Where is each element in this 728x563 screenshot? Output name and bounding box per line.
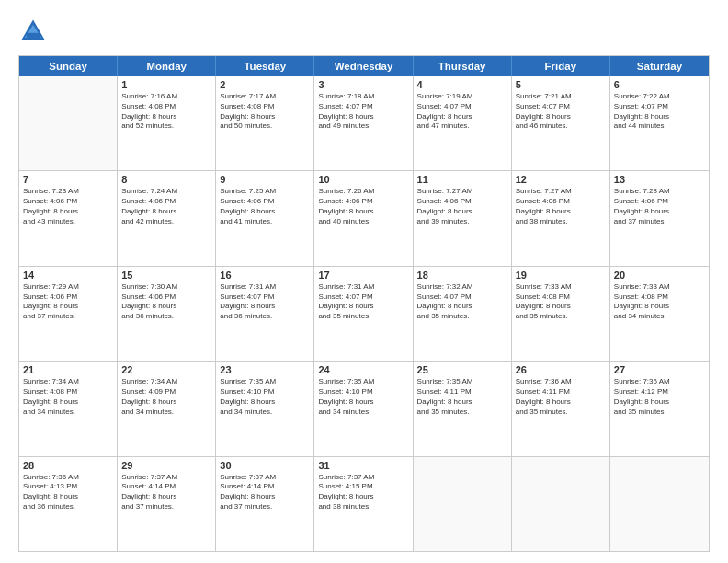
day-cell-22: 22Sunrise: 7:34 AM Sunset: 4:09 PM Dayli… bbox=[118, 362, 216, 455]
day-info: Sunrise: 7:37 AM Sunset: 4:14 PM Dayligh… bbox=[121, 473, 211, 512]
day-cell-8: 8Sunrise: 7:24 AM Sunset: 4:06 PM Daylig… bbox=[118, 171, 216, 265]
day-number: 23 bbox=[220, 364, 310, 375]
day-number: 9 bbox=[220, 174, 310, 185]
day-info: Sunrise: 7:30 AM Sunset: 4:06 PM Dayligh… bbox=[121, 282, 211, 322]
day-info: Sunrise: 7:36 AM Sunset: 4:11 PM Dayligh… bbox=[516, 377, 606, 417]
day-number: 31 bbox=[318, 460, 408, 471]
day-number: 8 bbox=[121, 174, 211, 185]
header bbox=[18, 17, 710, 46]
day-cell-12: 12Sunrise: 7:27 AM Sunset: 4:06 PM Dayli… bbox=[512, 171, 610, 265]
day-info: Sunrise: 7:36 AM Sunset: 4:13 PM Dayligh… bbox=[23, 473, 113, 512]
day-cell-10: 10Sunrise: 7:26 AM Sunset: 4:06 PM Dayli… bbox=[314, 171, 413, 265]
day-number: 13 bbox=[614, 174, 705, 185]
header-cell-thursday: Thursday bbox=[414, 56, 512, 76]
day-info: Sunrise: 7:35 AM Sunset: 4:10 PM Dayligh… bbox=[318, 377, 408, 417]
day-info: Sunrise: 7:27 AM Sunset: 4:06 PM Dayligh… bbox=[417, 187, 507, 226]
day-cell-23: 23Sunrise: 7:35 AM Sunset: 4:10 PM Dayli… bbox=[216, 362, 314, 455]
day-cell-1: 1Sunrise: 7:16 AM Sunset: 4:08 PM Daylig… bbox=[118, 76, 216, 170]
day-cell-5: 5Sunrise: 7:21 AM Sunset: 4:07 PM Daylig… bbox=[512, 76, 610, 170]
day-cell-9: 9Sunrise: 7:25 AM Sunset: 4:06 PM Daylig… bbox=[216, 171, 314, 265]
day-info: Sunrise: 7:16 AM Sunset: 4:08 PM Dayligh… bbox=[121, 92, 211, 132]
page: SundayMondayTuesdayWednesdayThursdayFrid… bbox=[0, 0, 728, 563]
day-info: Sunrise: 7:34 AM Sunset: 4:08 PM Dayligh… bbox=[23, 377, 113, 417]
day-number: 29 bbox=[121, 460, 211, 471]
day-info: Sunrise: 7:31 AM Sunset: 4:07 PM Dayligh… bbox=[318, 282, 408, 322]
day-number: 27 bbox=[614, 364, 705, 375]
empty-cell-4-6 bbox=[610, 457, 709, 551]
day-info: Sunrise: 7:37 AM Sunset: 4:14 PM Dayligh… bbox=[220, 473, 310, 512]
day-info: Sunrise: 7:37 AM Sunset: 4:15 PM Dayligh… bbox=[318, 473, 408, 512]
day-number: 28 bbox=[23, 460, 113, 471]
day-cell-21: 21Sunrise: 7:34 AM Sunset: 4:08 PM Dayli… bbox=[19, 362, 118, 455]
day-number: 1 bbox=[121, 79, 211, 90]
day-number: 3 bbox=[318, 79, 408, 90]
day-number: 10 bbox=[318, 174, 408, 185]
day-cell-19: 19Sunrise: 7:33 AM Sunset: 4:08 PM Dayli… bbox=[512, 267, 610, 361]
header-cell-friday: Friday bbox=[512, 56, 610, 76]
day-cell-20: 20Sunrise: 7:33 AM Sunset: 4:08 PM Dayli… bbox=[610, 267, 709, 361]
day-cell-16: 16Sunrise: 7:31 AM Sunset: 4:07 PM Dayli… bbox=[216, 267, 314, 361]
day-number: 12 bbox=[516, 174, 606, 185]
day-cell-14: 14Sunrise: 7:29 AM Sunset: 4:06 PM Dayli… bbox=[19, 267, 118, 361]
day-number: 4 bbox=[417, 79, 507, 90]
day-number: 5 bbox=[516, 79, 606, 90]
day-info: Sunrise: 7:25 AM Sunset: 4:06 PM Dayligh… bbox=[220, 187, 310, 226]
day-number: 14 bbox=[23, 270, 113, 281]
day-cell-3: 3Sunrise: 7:18 AM Sunset: 4:07 PM Daylig… bbox=[314, 76, 413, 170]
empty-cell-4-5 bbox=[512, 457, 610, 551]
day-cell-13: 13Sunrise: 7:28 AM Sunset: 4:06 PM Dayli… bbox=[610, 171, 709, 265]
day-info: Sunrise: 7:33 AM Sunset: 4:08 PM Dayligh… bbox=[614, 282, 705, 322]
header-cell-saturday: Saturday bbox=[610, 56, 709, 76]
day-cell-17: 17Sunrise: 7:31 AM Sunset: 4:07 PM Dayli… bbox=[314, 267, 413, 361]
day-cell-15: 15Sunrise: 7:30 AM Sunset: 4:06 PM Dayli… bbox=[118, 267, 216, 361]
day-info: Sunrise: 7:24 AM Sunset: 4:06 PM Dayligh… bbox=[121, 187, 211, 226]
calendar-row-3: 21Sunrise: 7:34 AM Sunset: 4:08 PM Dayli… bbox=[19, 362, 709, 456]
day-info: Sunrise: 7:21 AM Sunset: 4:07 PM Dayligh… bbox=[516, 92, 606, 132]
day-info: Sunrise: 7:31 AM Sunset: 4:07 PM Dayligh… bbox=[220, 282, 310, 322]
day-number: 25 bbox=[417, 364, 507, 375]
header-cell-wednesday: Wednesday bbox=[314, 56, 413, 76]
day-cell-4: 4Sunrise: 7:19 AM Sunset: 4:07 PM Daylig… bbox=[414, 76, 512, 170]
day-number: 18 bbox=[417, 270, 507, 281]
day-cell-26: 26Sunrise: 7:36 AM Sunset: 4:11 PM Dayli… bbox=[512, 362, 610, 455]
day-cell-25: 25Sunrise: 7:35 AM Sunset: 4:11 PM Dayli… bbox=[414, 362, 512, 455]
day-cell-28: 28Sunrise: 7:36 AM Sunset: 4:13 PM Dayli… bbox=[19, 457, 118, 551]
empty-cell-4-4 bbox=[414, 457, 512, 551]
logo-icon bbox=[18, 17, 48, 46]
day-info: Sunrise: 7:27 AM Sunset: 4:06 PM Dayligh… bbox=[516, 187, 606, 226]
day-cell-31: 31Sunrise: 7:37 AM Sunset: 4:15 PM Dayli… bbox=[314, 457, 413, 551]
day-number: 15 bbox=[121, 270, 211, 281]
day-info: Sunrise: 7:18 AM Sunset: 4:07 PM Dayligh… bbox=[318, 92, 408, 132]
day-number: 19 bbox=[516, 270, 606, 281]
day-info: Sunrise: 7:33 AM Sunset: 4:08 PM Dayligh… bbox=[516, 282, 606, 322]
day-info: Sunrise: 7:19 AM Sunset: 4:07 PM Dayligh… bbox=[417, 92, 507, 132]
day-number: 2 bbox=[220, 79, 310, 90]
header-cell-monday: Monday bbox=[118, 56, 216, 76]
day-number: 7 bbox=[23, 174, 113, 185]
calendar-row-2: 14Sunrise: 7:29 AM Sunset: 4:06 PM Dayli… bbox=[19, 267, 709, 362]
day-info: Sunrise: 7:36 AM Sunset: 4:12 PM Dayligh… bbox=[614, 377, 705, 417]
day-cell-2: 2Sunrise: 7:17 AM Sunset: 4:08 PM Daylig… bbox=[216, 76, 314, 170]
day-number: 17 bbox=[318, 270, 408, 281]
day-cell-6: 6Sunrise: 7:22 AM Sunset: 4:07 PM Daylig… bbox=[610, 76, 709, 170]
day-number: 22 bbox=[121, 364, 211, 375]
day-cell-18: 18Sunrise: 7:32 AM Sunset: 4:07 PM Dayli… bbox=[414, 267, 512, 361]
header-cell-tuesday: Tuesday bbox=[216, 56, 314, 76]
calendar-body: 1Sunrise: 7:16 AM Sunset: 4:08 PM Daylig… bbox=[19, 76, 709, 551]
day-info: Sunrise: 7:32 AM Sunset: 4:07 PM Dayligh… bbox=[417, 282, 507, 322]
day-info: Sunrise: 7:17 AM Sunset: 4:08 PM Dayligh… bbox=[220, 92, 310, 132]
header-cell-sunday: Sunday bbox=[19, 56, 118, 76]
day-cell-29: 29Sunrise: 7:37 AM Sunset: 4:14 PM Dayli… bbox=[118, 457, 216, 551]
logo bbox=[18, 17, 51, 46]
day-info: Sunrise: 7:35 AM Sunset: 4:10 PM Dayligh… bbox=[220, 377, 310, 417]
day-number: 21 bbox=[23, 364, 113, 375]
day-cell-7: 7Sunrise: 7:23 AM Sunset: 4:06 PM Daylig… bbox=[19, 171, 118, 265]
calendar-row-1: 7Sunrise: 7:23 AM Sunset: 4:06 PM Daylig… bbox=[19, 171, 709, 266]
svg-rect-2 bbox=[27, 33, 40, 38]
calendar-row-4: 28Sunrise: 7:36 AM Sunset: 4:13 PM Dayli… bbox=[19, 457, 709, 551]
day-cell-24: 24Sunrise: 7:35 AM Sunset: 4:10 PM Dayli… bbox=[314, 362, 413, 455]
day-number: 24 bbox=[318, 364, 408, 375]
day-number: 11 bbox=[417, 174, 507, 185]
day-info: Sunrise: 7:35 AM Sunset: 4:11 PM Dayligh… bbox=[417, 377, 507, 417]
day-cell-27: 27Sunrise: 7:36 AM Sunset: 4:12 PM Dayli… bbox=[610, 362, 709, 455]
